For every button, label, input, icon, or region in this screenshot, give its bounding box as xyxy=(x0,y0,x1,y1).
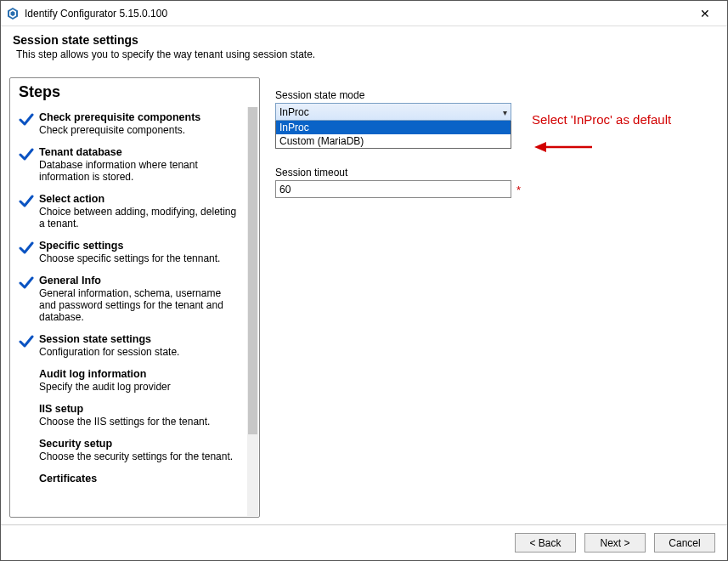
check-icon xyxy=(19,112,34,130)
step-text: Certificates xyxy=(39,473,239,484)
next-button[interactable]: Next > xyxy=(584,533,646,552)
step-desc: Check prerequisite components. xyxy=(39,124,239,136)
back-button[interactable]: < Back xyxy=(515,533,576,552)
step-text: Session state settingsConfiguration for … xyxy=(39,333,239,358)
step-title: Certificates xyxy=(39,473,239,484)
steps-heading: Steps xyxy=(10,78,259,106)
step-title: Select action xyxy=(39,193,239,205)
step-title: Session state settings xyxy=(39,333,239,345)
timeout-label: Session timeout xyxy=(275,167,710,178)
steps-list: Check prerequisite componentsCheck prere… xyxy=(10,106,247,517)
session-mode-option-inproc[interactable]: InProc xyxy=(276,121,511,134)
step-desc: Choose the IIS settings for the tenant. xyxy=(39,416,239,428)
step-desc: Choose specific settings for the tennant… xyxy=(39,252,239,264)
check-icon xyxy=(19,275,34,293)
session-mode-value: InProc xyxy=(279,106,309,118)
svg-marker-4 xyxy=(534,142,546,152)
session-mode-option-custom[interactable]: Custom (MariaDB) xyxy=(276,134,511,148)
window-title: Identify Configurator 5.15.0.100 xyxy=(25,8,688,20)
session-timeout-input[interactable] xyxy=(275,180,511,198)
step-text: Specific settingsChoose specific setting… xyxy=(39,240,239,264)
scrollbar[interactable] xyxy=(247,107,258,516)
step-item: Specific settingsChoose specific setting… xyxy=(17,235,240,269)
check-icon xyxy=(19,194,34,212)
session-mode-dropdown-list: InProc Custom (MariaDB) xyxy=(275,121,511,149)
step-desc: Database information where tenant inform… xyxy=(39,159,239,183)
check-icon xyxy=(19,241,34,258)
step-title: Specific settings xyxy=(39,240,239,252)
step-item: Tenant databaseDatabase information wher… xyxy=(17,141,240,188)
step-title: Check prerequisite components xyxy=(39,111,239,123)
step-title: IIS setup xyxy=(39,403,239,415)
form-panel: Session state mode InProc ▾ InProc Custo… xyxy=(267,77,719,518)
annotation-text: Select 'InProc' as default xyxy=(532,112,671,127)
close-icon[interactable]: ✕ xyxy=(688,7,722,20)
step-title: General Info xyxy=(39,275,239,286)
step-text: Select actionChoice between adding, modi… xyxy=(39,193,239,230)
annotation-arrow-icon xyxy=(534,139,594,155)
app-icon xyxy=(6,7,20,20)
step-text: Audit log informationSpecify the audit l… xyxy=(39,368,239,393)
step-title: Security setup xyxy=(39,438,239,450)
step-item: Session state settingsConfiguration for … xyxy=(17,328,240,363)
titlebar: Identify Configurator 5.15.0.100 ✕ xyxy=(1,1,727,26)
step-desc: Specify the audit log provider xyxy=(39,381,239,393)
cancel-button[interactable]: Cancel xyxy=(654,533,715,552)
scrollbar-thumb[interactable] xyxy=(248,107,257,434)
step-desc: General information, schema, username an… xyxy=(39,287,239,323)
step-text: Check prerequisite componentsCheck prere… xyxy=(39,111,239,136)
footer: < Back Next > Cancel xyxy=(1,524,727,560)
page-header: Session state settings This step allows … xyxy=(1,26,727,72)
check-icon xyxy=(19,147,34,165)
step-item: Security setupChoose the security settin… xyxy=(17,433,240,468)
session-mode-combo[interactable]: InProc ▾ xyxy=(275,103,511,121)
step-item: Certificates xyxy=(17,468,240,496)
required-asterisk: * xyxy=(516,184,521,196)
step-title: Tenant database xyxy=(39,146,239,158)
step-item: Check prerequisite componentsCheck prere… xyxy=(17,106,240,141)
page-subtitle: This step allows you to specify the way … xyxy=(13,48,715,60)
check-icon xyxy=(19,334,34,352)
step-item: Audit log informationSpecify the audit l… xyxy=(17,363,240,398)
step-text: Tenant databaseDatabase information wher… xyxy=(39,146,239,183)
step-title: Audit log information xyxy=(39,368,239,380)
steps-panel: Steps Check prerequisite componentsCheck… xyxy=(9,77,260,518)
step-item: Select actionChoice between adding, modi… xyxy=(17,188,240,235)
mode-label: Session state mode xyxy=(275,89,710,101)
step-desc: Configuration for session state. xyxy=(39,346,239,358)
body-split: Steps Check prerequisite componentsCheck… xyxy=(1,72,727,523)
step-item: General InfoGeneral information, schema,… xyxy=(17,269,240,328)
chevron-down-icon: ▾ xyxy=(503,107,507,116)
step-text: Security setupChoose the security settin… xyxy=(39,438,239,462)
page-title: Session state settings xyxy=(13,33,715,47)
step-text: General InfoGeneral information, schema,… xyxy=(39,275,239,323)
step-item: IIS setupChoose the IIS settings for the… xyxy=(17,398,240,433)
step-text: IIS setupChoose the IIS settings for the… xyxy=(39,403,239,428)
step-desc: Choose the security settings for the ten… xyxy=(39,450,239,462)
step-desc: Choice between adding, modifying, deleti… xyxy=(39,206,239,230)
